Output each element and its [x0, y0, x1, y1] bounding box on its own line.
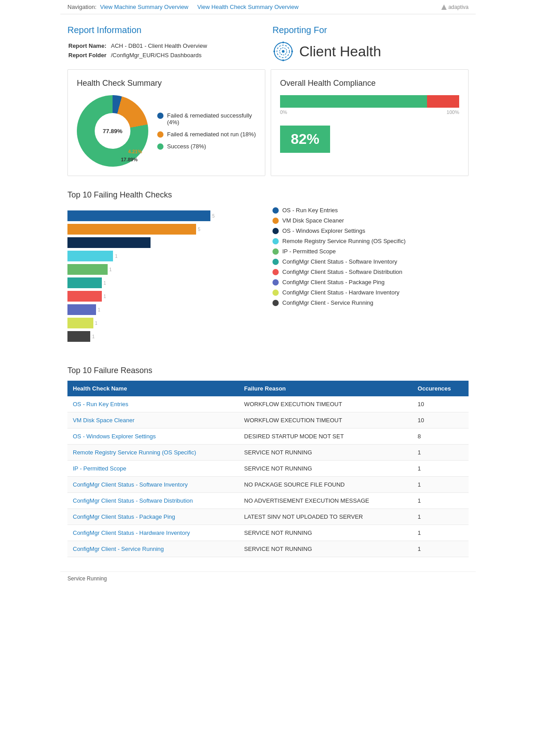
- chart-legend-dot: [272, 207, 279, 214]
- table-row: ConfigMgr Client Status - Software Inven…: [67, 477, 469, 493]
- top10-reasons-section: Top 10 Failure Reasons Health Check Name…: [60, 359, 476, 564]
- table-row: ConfigMgr Client Status - Hardware Inven…: [67, 525, 469, 541]
- orange-pct-label: 4.21%: [128, 149, 142, 154]
- bar-tick: 1: [115, 254, 117, 259]
- report-folder-label: Report Folder: [68, 51, 110, 59]
- table-cell-reason: SERVICE NOT RUNNING: [239, 445, 412, 461]
- table-row: IP - Permitted ScopeSERVICE NOT RUNNING1: [67, 461, 469, 477]
- health-check-link[interactable]: OS - Run Key Entries: [73, 401, 128, 407]
- chart-legend-item: IP - Permitted Scope: [272, 248, 469, 255]
- chart-legend-dot: [272, 279, 279, 286]
- bar-row: 5: [67, 210, 264, 221]
- bar-chart: 551111111: [67, 207, 264, 348]
- chart-legend-item: ConfigMgr Client - Service Running: [272, 299, 469, 306]
- table-header: Health Check Name Failure Reason Occuren…: [67, 381, 469, 396]
- col-occurrences: Occurences: [412, 381, 469, 396]
- bar-fill: [67, 318, 93, 328]
- compliance-green-bar: [280, 95, 427, 108]
- health-check-summary-title: Health Check Summary: [77, 79, 256, 88]
- chart-legend-item: VM Disk Space Cleaner: [272, 217, 469, 224]
- table-row: VM Disk Space CleanerWORKFLOW EXECUTION …: [67, 412, 469, 428]
- bar-label-0: 0%: [280, 109, 287, 115]
- legend-item-orange: Failed & remediated not run (18%): [157, 131, 256, 138]
- chart-legend-label: Remote Registry Service Running (OS Spec…: [282, 238, 406, 244]
- report-info-table: Report Name: ACH - DB01 - Client Health …: [67, 41, 212, 60]
- bar-row: [67, 237, 264, 248]
- report-info-title: Report Information: [67, 25, 264, 35]
- table-cell-reason: WORKFLOW EXECUTION TIMEOUT: [239, 412, 412, 428]
- table-cell-reason: SERVICE NOT RUNNING: [239, 461, 412, 477]
- health-check-link[interactable]: ConfigMgr Client Status - Hardware Inven…: [73, 529, 190, 536]
- chart-legend-dot: [272, 228, 279, 234]
- nav-label: Navigation:: [67, 4, 96, 10]
- chart-legend-item: ConfigMgr Client Status - Hardware Inven…: [272, 289, 469, 296]
- table-cell-count: 1: [412, 477, 469, 493]
- table-row: ConfigMgr Client Status - Package PingLA…: [67, 509, 469, 525]
- table-header-row: Health Check Name Failure Reason Occuren…: [67, 381, 469, 396]
- col-failure-reason: Failure Reason: [239, 381, 412, 396]
- table-row: ConfigMgr Client - Service RunningSERVIC…: [67, 541, 469, 557]
- top10-reasons-title: Top 10 Failure Reasons: [67, 366, 469, 375]
- bar-fill: [67, 331, 90, 342]
- table-cell-count: 1: [412, 461, 469, 477]
- svg-point-6: [282, 59, 284, 61]
- chart-legend-item: ConfigMgr Client Status - Software Inven…: [272, 258, 469, 265]
- table-cell-name: OS - Windows Explorer Settings: [67, 428, 239, 445]
- table-cell-count: 10: [412, 396, 469, 412]
- health-check-link[interactable]: Remote Registry Service Running (OS Spec…: [73, 449, 196, 456]
- health-check-link[interactable]: ConfigMgr Client Status - Software Distr…: [73, 497, 193, 504]
- health-check-link[interactable]: IP - Permitted Scope: [73, 465, 126, 472]
- report-folder-value: /ConfigMgr_EUR/CHS Dashboards: [111, 51, 210, 59]
- bar-row: 1: [67, 318, 264, 328]
- chart-legend: OS - Run Key EntriesVM Disk Space Cleane…: [272, 207, 469, 348]
- report-header: Report Information Report Name: ACH - DB…: [60, 14, 476, 69]
- health-check-link[interactable]: VM Disk Space Cleaner: [73, 417, 134, 424]
- bar-row: 5: [67, 224, 264, 235]
- svg-marker-0: [441, 4, 447, 10]
- bar-tick: 1: [109, 267, 112, 272]
- bar-row: 1: [67, 264, 264, 275]
- bar-labels: 0% 100%: [280, 109, 459, 115]
- navigation-bar: Navigation: View Machine Summary Overvie…: [60, 0, 476, 14]
- table-body: OS - Run Key EntriesWORKFLOW EXECUTION T…: [67, 396, 469, 557]
- chart-legend-item: OS - Windows Explorer Settings: [272, 227, 469, 234]
- svg-point-5: [282, 42, 284, 43]
- table-cell-name: VM Disk Space Cleaner: [67, 412, 239, 428]
- bar-fill: [67, 210, 210, 221]
- report-name-label: Report Name:: [68, 42, 110, 50]
- nav-link-machine-summary[interactable]: View Machine Summary Overview: [100, 4, 188, 10]
- col-health-check-name: Health Check Name: [67, 381, 239, 396]
- chart-legend-dot: [272, 238, 279, 244]
- chart-legend-item: OS - Run Key Entries: [272, 207, 469, 214]
- footer: Service Running: [60, 571, 476, 585]
- bar-fill: [67, 291, 102, 302]
- chart-legend-label: ConfigMgr Client Status - Software Inven…: [282, 258, 397, 265]
- bar-row: 1: [67, 331, 264, 342]
- chart-legend-label: ConfigMgr Client Status - Package Ping: [282, 279, 385, 286]
- compliance-bar-wrapper: 0% 100% 82%: [280, 95, 459, 153]
- bar-fill: [67, 304, 96, 315]
- reporting-for-section: Reporting For Client Health: [272, 25, 469, 62]
- report-folder-row: Report Folder /ConfigMgr_EUR/CHS Dashboa…: [68, 51, 211, 59]
- bar-row: 1: [67, 304, 264, 315]
- legend-item-blue: Failed & remediated successfully (4%): [157, 112, 256, 126]
- table-cell-count: 10: [412, 412, 469, 428]
- compliance-bar: [280, 95, 459, 108]
- health-check-link[interactable]: OS - Windows Explorer Settings: [73, 433, 156, 440]
- health-check-link[interactable]: ConfigMgr Client Status - Software Inven…: [73, 481, 188, 488]
- table-cell-name: ConfigMgr Client Status - Software Inven…: [67, 477, 239, 493]
- client-health-name: Client Health: [299, 43, 381, 60]
- legend-dot-blue: [157, 113, 163, 119]
- health-check-link[interactable]: ConfigMgr Client - Service Running: [73, 546, 164, 552]
- health-check-link[interactable]: ConfigMgr Client Status - Package Ping: [73, 513, 175, 520]
- bar-fill: [67, 264, 108, 275]
- table-cell-reason: SERVICE NOT RUNNING: [239, 525, 412, 541]
- table-cell-count: 1: [412, 445, 469, 461]
- chart-legend-label: IP - Permitted Scope: [282, 248, 336, 255]
- chart-legend-dot: [272, 218, 279, 224]
- pie-legend: Failed & remediated successfully (4%) Fa…: [157, 112, 256, 150]
- table-cell-reason: NO PACKAGE SOURCE FILE FOUND: [239, 477, 412, 493]
- table-cell-name: ConfigMgr Client Status - Package Ping: [67, 509, 239, 525]
- chart-legend-label: ConfigMgr Client Status - Software Distr…: [282, 269, 402, 275]
- nav-link-health-check-summary[interactable]: View Health Check Summary Overview: [197, 4, 299, 10]
